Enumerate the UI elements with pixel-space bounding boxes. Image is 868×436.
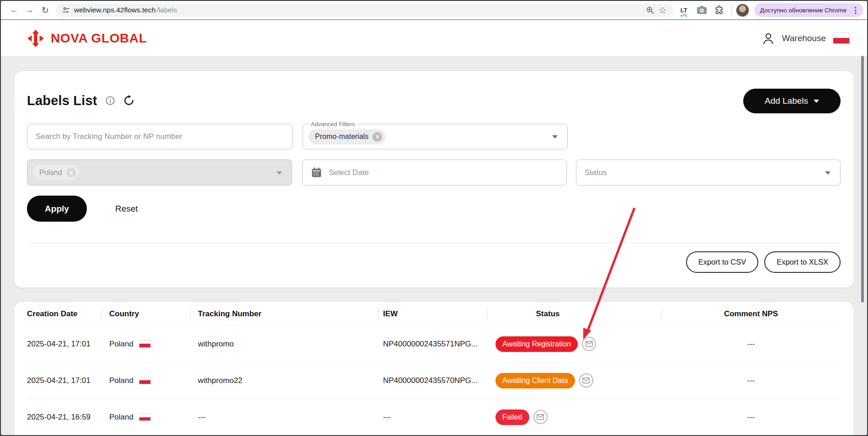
advanced-filters-label: Advanced Filters — [309, 120, 357, 128]
user-menu[interactable]: Warehouse — [761, 32, 850, 45]
cell-tracking-number: withpromo — [190, 340, 378, 349]
zoom-indicator-icon[interactable] — [646, 6, 655, 15]
send-email-button[interactable] — [533, 410, 548, 424]
status-badge: Awaiting Client Data — [495, 373, 575, 388]
date-picker-field[interactable]: Select Date — [302, 160, 567, 186]
apply-button[interactable]: Apply — [27, 196, 87, 222]
export-csv-button[interactable]: Export to CSV — [686, 251, 759, 273]
scrollbar-thumb[interactable] — [861, 56, 864, 303]
brand-name: NOVA GLOBAL — [51, 31, 147, 46]
url-path: /labels — [156, 6, 177, 14]
cell-comment-nps: --- — [661, 413, 841, 422]
chip-remove-icon[interactable]: × — [373, 132, 382, 142]
profile-avatar[interactable] — [736, 4, 749, 16]
poland-flag-icon — [139, 413, 151, 421]
add-labels-button[interactable]: Add Labels — [743, 89, 841, 113]
extensions-puzzle-icon[interactable] — [714, 5, 724, 15]
column-header-country: Country — [101, 302, 190, 325]
table-header-row: Creation Date Country Tracking Number IE… — [27, 302, 841, 326]
reset-button[interactable]: Reset — [115, 204, 138, 214]
status-badge: Failed — [495, 409, 529, 425]
column-header-creation-date: Creation Date — [27, 302, 101, 325]
reload-icon[interactable]: ↻ — [37, 2, 53, 18]
filter-chip-poland: Poland × — [33, 165, 79, 180]
chevron-down-icon — [277, 171, 282, 175]
user-icon — [761, 32, 775, 45]
add-labels-label: Add Labels — [765, 96, 808, 106]
app-header: NOVA GLOBAL Warehouse — [1, 20, 867, 57]
send-email-button[interactable] — [582, 337, 596, 351]
bookmark-star-icon[interactable]: ☆ — [659, 5, 667, 16]
back-icon[interactable]: ← — [6, 2, 22, 18]
chevron-down-icon — [552, 135, 558, 138]
refresh-icon[interactable] — [123, 95, 135, 106]
country-select-disabled: Poland × — [27, 160, 292, 186]
poland-flag-icon — [833, 32, 850, 44]
cell-tracking-number: --- — [190, 413, 378, 422]
browser-toolbar: ← → ↻ webview.nps.42flows.tech /labels ☆… — [1, 1, 867, 20]
site-settings-icon[interactable] — [62, 6, 70, 14]
page-title: Labels List — [27, 93, 97, 108]
cell-creation-date: 2025-04-21, 16:59 — [27, 413, 101, 422]
status-placeholder: Status — [585, 168, 607, 177]
table-row: 2025-04-21, 17:01 Poland withpromo22 NP4… — [27, 362, 841, 399]
cell-iew: NP40000002435571NPG... — [378, 340, 487, 349]
poland-flag-icon — [139, 340, 151, 348]
toolbar-divider — [731, 5, 732, 15]
column-header-iew: IEW — [378, 302, 487, 325]
camera-extension-icon[interactable] — [697, 5, 707, 15]
status-select[interactable]: Status — [576, 160, 841, 186]
main-content: Labels List Add Labels — [1, 57, 867, 436]
browser-window: ← → ↻ webview.nps.42flows.tech /labels ☆… — [0, 0, 868, 436]
cell-tracking-number: withpromo22 — [190, 376, 378, 385]
column-header-status: Status — [487, 302, 661, 325]
advanced-filters-select[interactable]: Advanced Filters Promo-materials × — [303, 124, 568, 149]
chip-remove-icon[interactable]: × — [66, 168, 76, 177]
labels-table: Creation Date Country Tracking Number IE… — [15, 302, 853, 436]
url-host: webview.nps.42flows.tech — [74, 6, 155, 14]
search-input[interactable] — [27, 124, 293, 149]
nova-global-logo-icon — [27, 30, 44, 47]
column-header-tracking-number: Tracking Number — [190, 302, 378, 325]
cell-iew: NP40000002435570NPG... — [378, 376, 487, 385]
user-label: Warehouse — [782, 33, 826, 43]
status-badge: Awaiting Registration — [495, 336, 578, 352]
cell-status: Awaiting Client Data — [487, 373, 661, 388]
cell-creation-date: 2025-04-21, 17:01 — [27, 376, 101, 385]
export-xlsx-button[interactable]: Export to XLSX — [764, 251, 841, 273]
cell-comment-nps: --- — [661, 376, 841, 385]
column-header-comment-nps: Comment NPS — [661, 302, 841, 325]
poland-flag-icon — [139, 377, 151, 384]
cell-creation-date: 2025-04-21, 17:01 — [27, 340, 101, 349]
chrome-update-button[interactable]: Доступно обновление Chrome ⋮ — [754, 3, 863, 17]
info-icon[interactable] — [105, 96, 115, 106]
cell-country: Poland — [101, 413, 190, 422]
chrome-update-label: Доступно обновление Chrome — [760, 7, 847, 14]
table-row: 2025-04-21, 16:59 Poland --- --- Failed — [27, 399, 841, 436]
divider — [27, 243, 841, 243]
send-email-button[interactable] — [579, 373, 593, 388]
table-row: 2025-04-21, 17:01 Poland withpromo NP400… — [27, 326, 841, 362]
address-bar[interactable]: webview.nps.42flows.tech /labels ☆ — [56, 4, 673, 17]
cell-status: Awaiting Registration — [487, 336, 661, 352]
date-placeholder: Select Date — [329, 168, 369, 177]
filters-card: Labels List Add Labels — [15, 71, 853, 287]
cell-country: Poland — [101, 376, 190, 385]
chevron-down-icon — [825, 171, 831, 175]
cell-country: Poland — [101, 340, 190, 349]
cell-comment-nps: --- — [661, 340, 841, 349]
calendar-icon — [311, 167, 322, 178]
filter-chip-promo-materials: Promo-materials × — [309, 129, 385, 144]
forward-icon[interactable]: → — [22, 2, 37, 18]
cell-status: Failed — [487, 409, 661, 425]
cell-iew: --- — [378, 413, 487, 422]
languagetool-extension-icon[interactable]: LT — [681, 7, 687, 14]
menu-dots-icon[interactable]: ⋮ — [850, 5, 861, 15]
nova-global-logo[interactable]: NOVA GLOBAL — [27, 30, 147, 47]
chevron-down-icon — [814, 100, 819, 103]
